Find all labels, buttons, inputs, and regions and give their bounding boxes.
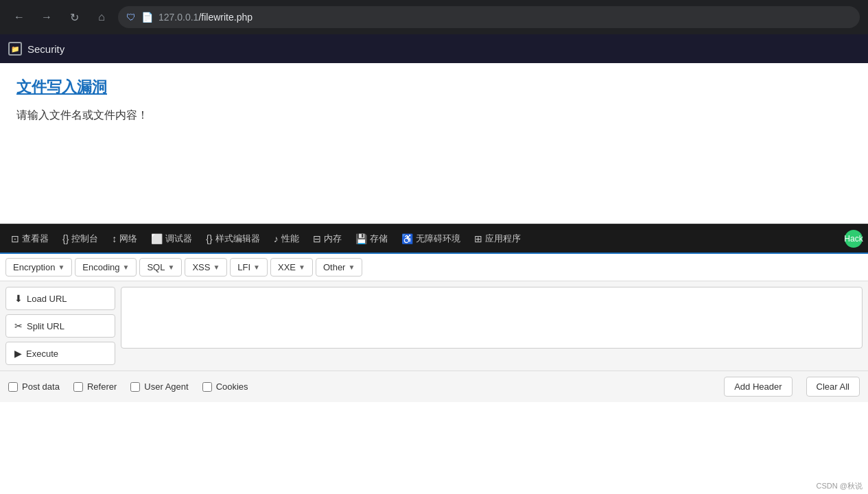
split-url-button[interactable]: ✂ Split URL <box>5 314 115 338</box>
sql-label: SQL <box>147 262 165 272</box>
csdn-watermark: CSDN @秋说 <box>817 481 863 491</box>
execute-label: Execute <box>26 349 58 359</box>
toolbar-item-inspector[interactable]: ⊡ 查看器 <box>5 230 54 248</box>
add-header-label: Add Header <box>734 381 782 392</box>
page-title: 文件写入漏洞 <box>16 77 852 97</box>
post-data-label: Post data <box>22 381 60 392</box>
storage-icon: 💾 <box>355 233 367 244</box>
xss-arrow: ▼ <box>213 263 220 271</box>
hackbar-body: ⬇ Load URL ✂ Split URL ▶ Execute <box>0 281 868 370</box>
toolbar-item-memory[interactable]: ⊟ 内存 <box>307 230 347 248</box>
console-icon: {} <box>62 233 69 244</box>
cookies-input[interactable] <box>202 382 212 392</box>
url-path: /filewrite.php <box>198 12 253 23</box>
split-url-icon: ✂ <box>14 320 23 331</box>
style-icon: {} <box>206 233 212 244</box>
toolbar-item-debugger[interactable]: ⬜ 调试器 <box>145 230 198 248</box>
other-dropdown[interactable]: Other ▼ <box>316 258 362 277</box>
toolbar-item-style-editor[interactable]: {} 样式编辑器 <box>200 230 265 248</box>
back-button[interactable]: ← <box>8 6 30 28</box>
dev-toolbar: ⊡ 查看器 {} 控制台 ↕ 网络 ⬜ 调试器 {} 样式编辑器 ♪ 性能 <box>0 224 868 252</box>
hackbar-footer: Post data Referer User Agent Cookies Add… <box>0 370 868 402</box>
url-base: 127.0.0.1 <box>159 12 198 23</box>
add-header-button[interactable]: Add Header <box>724 377 792 397</box>
lfi-label: LFI <box>237 262 250 272</box>
application-label: 应用程序 <box>485 233 521 245</box>
hacker-icon[interactable]: Hack <box>845 230 863 248</box>
xxe-dropdown[interactable]: XXE ▼ <box>270 258 313 277</box>
page-subtitle: 请输入文件名或文件内容！ <box>16 108 852 123</box>
xss-label: XSS <box>192 262 210 272</box>
other-arrow: ▼ <box>348 263 355 271</box>
lfi-arrow: ▼ <box>253 263 260 271</box>
browser-window: ← → ↻ ⌂ 🛡 📄 127.0.0.1/filewrite.php 📁 Se… <box>0 0 868 494</box>
browser-chrome: ← → ↻ ⌂ 🛡 📄 127.0.0.1/filewrite.php <box>0 0 868 34</box>
hackbar-actions: ⬇ Load URL ✂ Split URL ▶ Execute <box>5 287 115 365</box>
hackbar-panel: Encryption ▼ Encoding ▼ SQL ▼ XSS ▼ LFI <box>0 252 868 402</box>
shield-icon: 🛡 <box>126 12 136 23</box>
toolbar-item-network[interactable]: ↕ 网络 <box>106 230 143 248</box>
user-agent-checkbox[interactable]: User Agent <box>130 381 188 392</box>
xss-dropdown[interactable]: XSS ▼ <box>185 258 227 277</box>
style-editor-label: 样式编辑器 <box>215 233 260 245</box>
lfi-dropdown[interactable]: LFI ▼ <box>230 258 268 277</box>
memory-icon: ⊟ <box>313 233 321 244</box>
load-url-label: Load URL <box>27 294 67 304</box>
execute-icon: ▶ <box>14 348 22 359</box>
storage-label: 存储 <box>370 233 388 245</box>
load-url-button[interactable]: ⬇ Load URL <box>5 287 115 310</box>
sql-arrow: ▼ <box>167 263 174 271</box>
user-agent-input[interactable] <box>130 382 140 392</box>
forward-button[interactable]: → <box>36 6 58 28</box>
toolbar-item-performance[interactable]: ♪ 性能 <box>268 230 305 248</box>
toolbar-item-application[interactable]: ⊞ 应用程序 <box>469 230 526 248</box>
home-button[interactable]: ⌂ <box>91 6 113 28</box>
encoding-arrow: ▼ <box>123 263 130 271</box>
other-label: Other <box>323 262 346 272</box>
debugger-label: 调试器 <box>165 233 192 245</box>
referer-checkbox[interactable]: Referer <box>73 381 117 392</box>
inspector-icon: ⊡ <box>11 233 19 244</box>
security-bar: 📁 Security <box>0 34 868 63</box>
network-icon: ↕ <box>112 233 117 244</box>
toolbar-item-storage[interactable]: 💾 存储 <box>350 230 393 248</box>
debugger-icon: ⬜ <box>151 233 163 244</box>
xxe-arrow: ▼ <box>298 263 305 271</box>
encoding-dropdown[interactable]: Encoding ▼ <box>75 258 137 277</box>
cookies-label: Cookies <box>216 381 248 392</box>
referer-input[interactable] <box>73 382 83 392</box>
encryption-dropdown[interactable]: Encryption ▼ <box>5 258 72 277</box>
xxe-label: XXE <box>278 262 296 272</box>
security-label: Security <box>27 43 64 55</box>
toolbar-item-accessibility[interactable]: ♿ 无障碍环境 <box>396 230 466 248</box>
encryption-arrow: ▼ <box>58 263 64 271</box>
hackbar-textarea[interactable] <box>121 287 863 349</box>
folder-icon: 📁 <box>8 42 22 56</box>
load-url-icon: ⬇ <box>14 293 23 304</box>
cookies-checkbox[interactable]: Cookies <box>202 381 248 392</box>
referer-label: Referer <box>87 381 117 392</box>
post-data-input[interactable] <box>8 382 18 392</box>
accessibility-icon: ♿ <box>401 233 413 244</box>
main-content: 文件写入漏洞 请输入文件名或文件内容！ <box>0 63 868 224</box>
performance-icon: ♪ <box>274 233 279 244</box>
console-label: 控制台 <box>71 233 98 245</box>
post-data-checkbox[interactable]: Post data <box>8 381 60 392</box>
toolbar-item-console[interactable]: {} 控制台 <box>57 230 104 248</box>
user-agent-label: User Agent <box>144 381 188 392</box>
network-label: 网络 <box>119 233 137 245</box>
hacker-label: Hack <box>844 234 863 244</box>
execute-button[interactable]: ▶ Execute <box>5 342 115 365</box>
encryption-label: Encryption <box>13 262 55 272</box>
split-url-label: Split URL <box>27 321 64 331</box>
application-icon: ⊞ <box>474 233 482 244</box>
refresh-button[interactable]: ↻ <box>63 6 85 28</box>
performance-label: 性能 <box>281 233 299 245</box>
sql-dropdown[interactable]: SQL ▼ <box>139 258 182 277</box>
file-icon: 📄 <box>141 12 153 23</box>
accessibility-label: 无障碍环境 <box>416 233 460 245</box>
address-bar[interactable]: 🛡 📄 127.0.0.1/filewrite.php <box>118 6 860 28</box>
clear-all-button[interactable]: Clear All <box>806 377 860 397</box>
encoding-label: Encoding <box>82 262 119 272</box>
clear-all-label: Clear All <box>817 381 849 392</box>
